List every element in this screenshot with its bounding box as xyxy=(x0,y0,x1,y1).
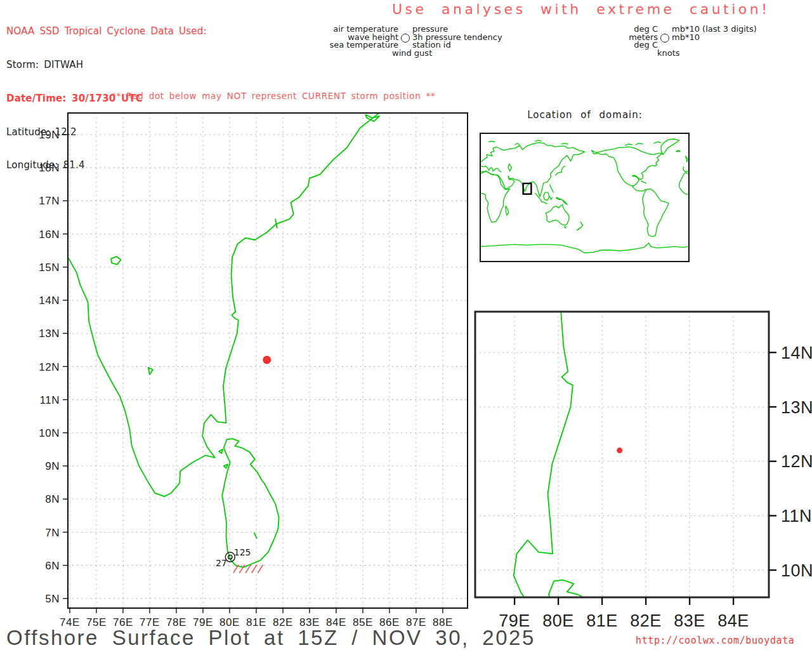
unit-deg-c-sea: deg C xyxy=(625,41,658,50)
coastline xyxy=(556,197,567,204)
x-tick-label: 83E xyxy=(674,611,705,630)
coastline xyxy=(550,197,553,200)
coastline xyxy=(561,143,568,144)
y-tick-label: 15N xyxy=(39,262,60,274)
coastline xyxy=(275,219,277,228)
legend-sea-temperature: sea temperature xyxy=(285,41,398,50)
storm-name-line: Storm: DITWAH xyxy=(6,60,207,71)
coastline xyxy=(541,597,547,604)
y-tick-label: 5N xyxy=(45,593,60,605)
y-tick-label: 6N xyxy=(45,560,60,572)
coastline xyxy=(683,167,689,172)
coastline xyxy=(643,189,669,237)
y-tick-label: 18N xyxy=(39,162,60,174)
y-tick-label: 10N xyxy=(781,561,812,580)
x-tick-label: 80E xyxy=(542,611,574,630)
coastline xyxy=(111,256,121,265)
coastline xyxy=(641,181,646,183)
y-tick-label: 8N xyxy=(45,493,60,505)
y-tick-label: 14N xyxy=(39,295,60,307)
station-air-temp-value: 27 xyxy=(216,558,227,568)
legend-wind-gust: wind gust xyxy=(392,50,502,58)
x-tick-label: 81E xyxy=(586,611,618,630)
wind-hatch-mark xyxy=(258,565,263,573)
unit-knots: knots xyxy=(657,50,757,58)
coastline xyxy=(480,243,689,253)
data-source-line: NOAA SSD Tropical Cyclone Data Used: xyxy=(6,26,207,37)
y-tick-label: 12N xyxy=(39,361,60,373)
y-tick-label: 7N xyxy=(45,527,60,539)
y-tick-label: 13N xyxy=(781,398,812,417)
wind-hatch-mark xyxy=(239,565,245,573)
domain-rectangle xyxy=(523,183,532,194)
buoy-plot-page: NOAA SSD Tropical Cyclone Data Used: Sto… xyxy=(0,0,812,650)
coastline xyxy=(577,222,583,230)
station-pressure-value: 125 xyxy=(234,547,251,557)
legend-row: deg C xyxy=(625,41,757,50)
detail-map-frame xyxy=(475,312,769,597)
coastline xyxy=(686,156,689,162)
coastline xyxy=(508,164,512,171)
world-locator-map xyxy=(473,127,696,268)
coastline xyxy=(224,464,228,468)
coastline xyxy=(632,186,646,191)
coastline xyxy=(480,152,585,197)
coastline xyxy=(480,143,585,162)
y-tick-label: 14N xyxy=(781,343,812,362)
source-url: http://coolwx.com/buoydata xyxy=(636,635,794,646)
y-tick-label: 12N xyxy=(781,452,812,471)
caution-banner: Use analyses with extreme caution! xyxy=(392,1,770,17)
coastline xyxy=(636,143,643,145)
coastline xyxy=(535,140,541,141)
y-tick-label: 9N xyxy=(45,460,60,472)
station-model-legend: air temperature pressure wave height 3h … xyxy=(285,25,502,57)
coastline xyxy=(546,204,569,225)
coastline xyxy=(625,144,632,145)
coastline xyxy=(489,141,495,142)
coastline xyxy=(676,150,680,152)
coastline xyxy=(782,48,804,58)
coastline xyxy=(480,166,501,172)
world-map-content xyxy=(480,139,689,253)
detail-zoom-map: 79E80E81E82E83E84E10N11N12N13N14N xyxy=(469,305,812,648)
main-map-content xyxy=(68,113,468,609)
coastline xyxy=(550,185,553,192)
storm-position-warning: ** Red dot below may NOT represent CURRE… xyxy=(112,91,435,101)
coastline xyxy=(565,227,566,228)
units-legend: deg C mb*10 (last 3 digits) meters mb*10… xyxy=(625,25,757,57)
coastline xyxy=(542,202,547,204)
coastline xyxy=(515,143,520,145)
plot-title: Offshore Surface Plot at 15Z / NOV 30, 2… xyxy=(6,626,535,650)
coastline xyxy=(365,115,379,122)
coastline xyxy=(544,192,549,200)
coastline xyxy=(68,113,379,497)
y-tick-label: 19N xyxy=(39,129,60,141)
y-tick-label: 16N xyxy=(39,229,60,241)
coastline xyxy=(661,139,679,155)
y-tick-label: 10N xyxy=(39,427,60,439)
coastline xyxy=(480,171,510,223)
coastline xyxy=(592,147,663,186)
world-map-frame xyxy=(480,133,689,262)
coastline xyxy=(654,142,661,143)
x-tick-label: 82E xyxy=(630,611,662,630)
coastline xyxy=(148,368,153,375)
y-tick-label: 13N xyxy=(39,328,60,340)
coastline xyxy=(679,173,690,195)
y-tick-label: 11N xyxy=(40,394,60,406)
y-tick-label: 17N xyxy=(39,195,60,207)
coastline xyxy=(506,206,509,216)
storm-position-dot xyxy=(263,355,271,364)
x-tick-label: 84E xyxy=(717,611,749,630)
coastline xyxy=(219,449,223,453)
y-tick-label: 11N xyxy=(781,507,812,526)
storm-position-dot xyxy=(617,448,622,453)
wind-hatch-mark xyxy=(252,565,258,573)
main-surface-map: 74E75E76E77E78E79E80E81E82E83E84E85E86E8… xyxy=(35,108,523,644)
